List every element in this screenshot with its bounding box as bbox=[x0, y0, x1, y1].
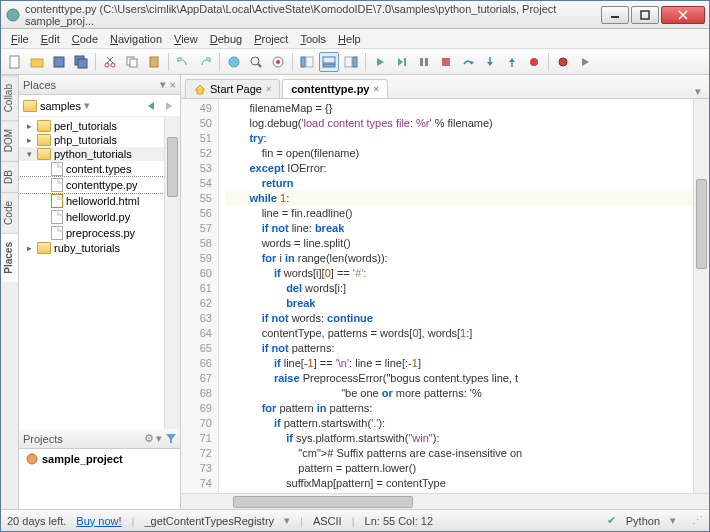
twisty-icon[interactable]: ▸ bbox=[25, 135, 34, 145]
breadcrumb-folder[interactable]: samples ▾ bbox=[23, 99, 90, 112]
new-file-icon[interactable] bbox=[5, 52, 25, 72]
close-icon[interactable]: × bbox=[373, 84, 378, 94]
filter-icon[interactable] bbox=[166, 434, 176, 444]
tree-label: ruby_tutorials bbox=[54, 242, 120, 254]
sidetab-collab[interactable]: Collab bbox=[1, 75, 18, 120]
tree-item[interactable]: preprocess.py bbox=[19, 225, 164, 241]
close-button[interactable] bbox=[661, 6, 705, 24]
toggle-sidebar-icon[interactable] bbox=[297, 52, 317, 72]
debug-stop-icon[interactable] bbox=[436, 52, 456, 72]
tree-item[interactable]: ▸perl_tutorials bbox=[19, 119, 164, 133]
panel-close-icon[interactable]: × bbox=[170, 79, 176, 91]
macro-icon[interactable] bbox=[268, 52, 288, 72]
menu-tools[interactable]: Tools bbox=[294, 31, 332, 47]
twisty-icon[interactable]: ▸ bbox=[25, 121, 34, 131]
paste-icon[interactable] bbox=[144, 52, 164, 72]
resize-grip-icon[interactable]: ⋰ bbox=[692, 514, 703, 527]
menu-view[interactable]: View bbox=[168, 31, 204, 47]
menu-help[interactable]: Help bbox=[332, 31, 367, 47]
twisty-icon[interactable]: ▾ bbox=[25, 149, 34, 159]
debug-pause-icon[interactable] bbox=[414, 52, 434, 72]
menu-debug[interactable]: Debug bbox=[204, 31, 248, 47]
editor-tab[interactable]: Start Page× bbox=[185, 79, 280, 98]
editor-vscrollbar[interactable] bbox=[693, 99, 709, 493]
tree-item[interactable]: ▸ruby_tutorials bbox=[19, 241, 164, 255]
svg-marker-41 bbox=[582, 58, 589, 66]
chevron-down-icon[interactable]: ▾ bbox=[156, 432, 162, 445]
find-icon[interactable] bbox=[246, 52, 266, 72]
checkmark-icon: ✔ bbox=[607, 514, 616, 527]
projects-tree[interactable]: sample_project bbox=[19, 449, 180, 509]
sidetab-code[interactable]: Code bbox=[1, 192, 18, 233]
chevron-down-icon[interactable]: ▾ bbox=[670, 514, 676, 527]
maximize-button[interactable] bbox=[631, 6, 659, 24]
gear-icon[interactable]: ⚙ bbox=[144, 432, 154, 445]
tab-label: Start Page bbox=[210, 83, 262, 95]
tree-item[interactable]: content.types bbox=[19, 161, 164, 177]
window-title: contenttype.py (C:\Users\cimlik\AppData\… bbox=[25, 3, 599, 27]
sidetab-db[interactable]: DB bbox=[1, 161, 18, 192]
save-icon[interactable] bbox=[49, 52, 69, 72]
tree-item[interactable]: helloworld.py bbox=[19, 209, 164, 225]
close-icon[interactable]: × bbox=[266, 84, 271, 94]
line-gutter: 4950515253545556575859606162636465666768… bbox=[181, 99, 219, 493]
tree-label: python_tutorials bbox=[54, 148, 132, 160]
panel-menu-icon[interactable]: ▾ bbox=[160, 78, 166, 91]
step-in-icon[interactable] bbox=[480, 52, 500, 72]
step-out-icon[interactable] bbox=[502, 52, 522, 72]
file-icon bbox=[51, 194, 63, 208]
tree-item[interactable]: ▸php_tutorials bbox=[19, 133, 164, 147]
nav-fwd-icon[interactable] bbox=[162, 99, 176, 113]
menu-code[interactable]: Code bbox=[66, 31, 104, 47]
nav-back-icon[interactable] bbox=[144, 99, 158, 113]
tree-item[interactable]: ▾python_tutorials bbox=[19, 147, 164, 161]
step-over-icon[interactable] bbox=[458, 52, 478, 72]
chevron-down-icon[interactable]: ▾ bbox=[284, 514, 290, 527]
toggle-right-icon[interactable] bbox=[341, 52, 361, 72]
breakpoint-icon[interactable] bbox=[524, 52, 544, 72]
tree-item[interactable]: contenttype.py bbox=[19, 177, 164, 193]
tree-label: content.types bbox=[66, 163, 131, 175]
globe-icon[interactable] bbox=[224, 52, 244, 72]
tree-label: perl_tutorials bbox=[54, 120, 117, 132]
scope-indicator[interactable]: _getContentTypesRegistry bbox=[144, 515, 274, 527]
redo-icon[interactable] bbox=[195, 52, 215, 72]
encoding-indicator[interactable]: ASCII bbox=[313, 515, 342, 527]
svg-rect-22 bbox=[301, 57, 305, 67]
svg-point-18 bbox=[251, 57, 259, 65]
buy-link[interactable]: Buy now! bbox=[76, 515, 121, 527]
sidetab-dom[interactable]: DOM bbox=[1, 120, 18, 160]
menu-file[interactable]: File bbox=[5, 31, 35, 47]
places-tree[interactable]: ▸perl_tutorials▸php_tutorials▾python_tut… bbox=[19, 117, 164, 429]
sidetab-places[interactable]: Places bbox=[1, 233, 18, 282]
minimize-button[interactable] bbox=[601, 6, 629, 24]
toggle-bottom-icon[interactable] bbox=[319, 52, 339, 72]
play-macro-icon[interactable] bbox=[575, 52, 595, 72]
svg-point-17 bbox=[229, 57, 239, 67]
copy-icon[interactable] bbox=[122, 52, 142, 72]
svg-rect-5 bbox=[10, 56, 19, 68]
tab-overflow-icon[interactable]: ▾ bbox=[691, 85, 705, 98]
menu-project[interactable]: Project bbox=[248, 31, 294, 47]
debug-play-icon[interactable] bbox=[370, 52, 390, 72]
code-editor[interactable]: filenameMap = {} log.debug('load content… bbox=[219, 99, 693, 493]
save-all-icon[interactable] bbox=[71, 52, 91, 72]
folder-icon bbox=[37, 148, 51, 160]
folder-icon bbox=[37, 242, 51, 254]
undo-icon[interactable] bbox=[173, 52, 193, 72]
cut-icon[interactable] bbox=[100, 52, 120, 72]
open-icon[interactable] bbox=[27, 52, 47, 72]
editor-hscrollbar[interactable] bbox=[181, 493, 709, 509]
project-item[interactable]: sample_project bbox=[19, 451, 180, 467]
twisty-icon[interactable]: ▸ bbox=[25, 243, 34, 253]
editor-tab[interactable]: contenttype.py× bbox=[282, 79, 388, 98]
menu-navigation[interactable]: Navigation bbox=[104, 31, 168, 47]
app-icon bbox=[5, 7, 21, 23]
places-scrollbar[interactable] bbox=[164, 117, 180, 429]
language-indicator[interactable]: Python bbox=[626, 515, 660, 527]
menu-edit[interactable]: Edit bbox=[35, 31, 66, 47]
debug-step-icon[interactable] bbox=[392, 52, 412, 72]
record-icon[interactable] bbox=[553, 52, 573, 72]
svg-rect-27 bbox=[353, 57, 357, 67]
tree-item[interactable]: helloworld.html bbox=[19, 193, 164, 209]
